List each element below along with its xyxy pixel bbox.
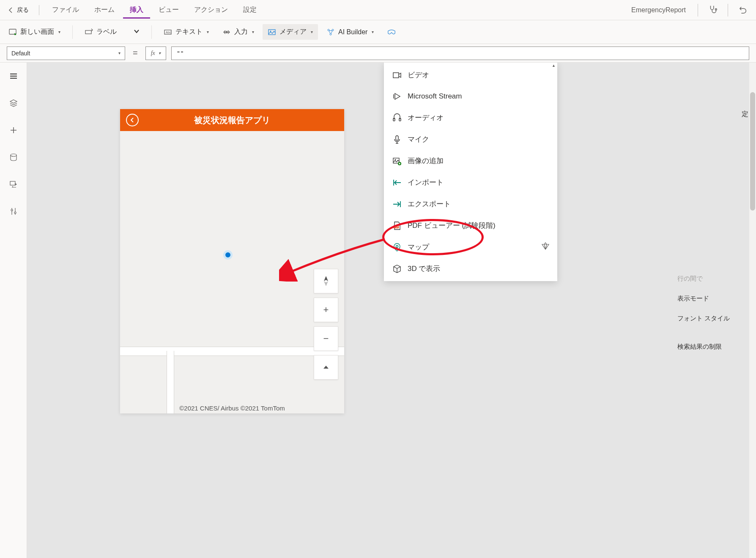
dd-export[interactable]: エクスポート [384,193,557,215]
menu-insert[interactable]: 挿入 [123,1,150,19]
back-button[interactable]: 戻る [3,4,33,16]
canvas-area[interactable]: 被災状況報告アプリ + − ©2021 CNES/ Airbus ©2021 T… [27,63,756,558]
input-icon [222,28,231,36]
map-location-marker [223,250,233,260]
map-road [120,347,344,356]
media-icon [268,28,276,36]
dd-import[interactable]: インポート [384,172,557,193]
svg-rect-1 [9,29,16,34]
data-button[interactable] [5,149,22,166]
phone-canvas[interactable]: 被災状況報告アプリ + − ©2021 CNES/ Airbus ©2021 T… [120,109,344,413]
dd-label: Microsoft Stream [408,92,462,101]
cube-icon [392,264,402,274]
database-icon [9,153,18,161]
formula-bar: Default ▾ = fx ▾ "" [0,44,756,63]
label-btn-label: ラベル [96,27,117,36]
back-label: 戻る [17,6,29,14]
svg-rect-2 [85,30,91,34]
map-zoom-out-button[interactable]: − [314,326,338,351]
svg-point-14 [14,212,16,213]
map-controls: + − [314,269,338,380]
new-screen-button[interactable]: 新しい画面 ▾ [3,24,66,40]
text-button[interactable]: Abc テキスト ▾ [159,24,214,40]
dd-audio[interactable]: オーディオ [384,107,557,129]
media-btn-label: メディア [279,27,307,36]
dd-stream[interactable]: Microsoft Stream [384,86,557,107]
menu-file[interactable]: ファイル [45,1,86,19]
formula-input[interactable]: "" [171,46,749,60]
mixed-reality-button[interactable] [382,25,397,40]
svg-text:PDF: PDF [394,225,399,228]
export-icon [392,200,402,209]
dd-label: マイク [408,134,429,144]
dd-label: PDF ビューアー (試験段階) [408,221,496,230]
dd-label: エクスポート [408,199,451,209]
property-value: Default [11,50,30,57]
left-rail [0,63,27,558]
vertical-scrollbar[interactable] [749,63,756,558]
map-attribution: ©2021 CNES/ Airbus ©2021 TomTom [120,405,344,412]
map-road [167,351,174,413]
separator [728,4,728,16]
ribbon-toolbar: 新しい画面 ▾ ラベル Abc テキスト ▾ 入力 ▾ メディア ▾ [0,20,756,44]
fx-icon: fx [151,50,155,57]
scrollbar-thumb[interactable] [750,92,755,211]
pdf-icon: PDF [392,221,402,230]
dd-label: マップ [408,242,429,252]
svg-rect-18 [396,136,398,140]
dd-3d[interactable]: 3D で表示 [384,258,557,279]
chevron-left-icon [129,117,135,123]
dd-label: 3D で表示 [408,264,440,274]
map-zoom-in-button[interactable]: + [314,298,338,322]
map-icon [392,243,402,252]
ai-builder-button[interactable]: AI Builder ▾ [321,25,379,40]
phone-back-button[interactable] [126,114,139,126]
dd-add-image[interactable]: 画像の追加 [384,150,557,172]
layers-icon [9,99,18,107]
text-icon: Abc [164,28,172,36]
new-screen-label: 新しい画面 [20,27,54,36]
svg-point-0 [715,8,717,10]
dd-label: インポート [408,178,444,187]
svg-point-13 [11,209,13,211]
dd-label: オーディオ [408,113,444,123]
right-panel-font-style: フォント スタイル [677,315,749,323]
dd-video[interactable]: ビデオ [384,64,557,86]
chevron-down-icon: ▾ [118,51,121,55]
fx-button[interactable]: fx ▾ [145,46,166,60]
health-icon[interactable] [703,1,723,19]
stream-icon [392,92,402,101]
premium-badge-icon [541,242,550,252]
media-panel-button[interactable] [5,176,22,193]
dd-pdf-viewer[interactable]: PDF PDF ビューアー (試験段階) [384,215,557,236]
insert-button[interactable] [5,122,22,139]
label-button[interactable]: ラベル [79,24,145,40]
menu-settings[interactable]: 設定 [236,1,263,19]
map-control[interactable]: + − ©2021 CNES/ Airbus ©2021 TomTom [120,131,344,413]
hamburger-button[interactable] [5,68,22,85]
property-selector[interactable]: Default ▾ [7,46,125,60]
separator [151,25,152,39]
separator [72,25,73,39]
dd-map[interactable]: マップ [384,236,557,258]
tools-button[interactable] [5,203,22,220]
formula-value: "" [177,50,184,57]
mic-icon [392,135,402,144]
ai-icon [326,28,335,36]
input-button[interactable]: 入力 ▾ [217,24,259,40]
tree-view-button[interactable] [5,95,22,112]
dd-mic[interactable]: マイク [384,129,557,150]
menu-home[interactable]: ホーム [88,1,121,19]
tools-icon [9,207,18,216]
map-tilt-button[interactable] [314,355,338,380]
map-compass-button[interactable] [314,269,338,293]
undo-button[interactable] [733,1,753,19]
menu-view[interactable]: ビュー [152,1,186,19]
arrow-left-icon [8,7,14,14]
menu-action[interactable]: アクション [187,1,235,19]
svg-rect-12 [10,181,15,185]
media-button[interactable]: メディア ▾ [263,24,318,40]
right-panel-search-limit: 検索結果の制限 [677,343,749,351]
video-icon [392,71,402,80]
app-name: EmergencyReport [625,6,693,14]
